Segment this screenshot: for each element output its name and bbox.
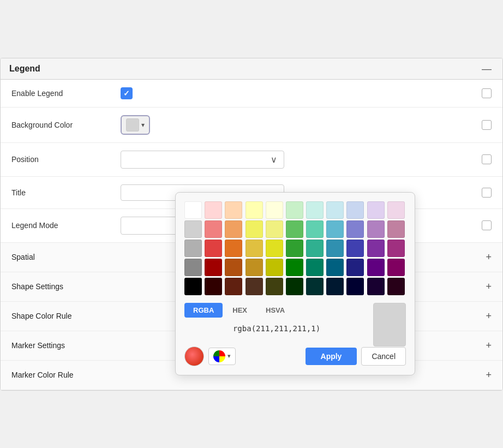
color-cell[interactable] <box>326 278 344 295</box>
color-cell[interactable] <box>286 201 303 219</box>
color-cell[interactable] <box>266 278 283 295</box>
color-cell[interactable] <box>326 201 344 219</box>
enable-legend-row-checkbox[interactable] <box>482 88 492 98</box>
section-label: Shape Settings <box>11 282 63 291</box>
color-grid <box>184 201 406 295</box>
color-cell[interactable] <box>266 201 283 219</box>
color-cell[interactable] <box>346 201 364 219</box>
cancel-button[interactable]: Cancel <box>361 347 406 366</box>
color-cell[interactable] <box>205 278 222 295</box>
color-bottom-row: ▾ Apply Cancel <box>184 347 406 366</box>
color-cell[interactable] <box>346 240 364 257</box>
color-cell[interactable] <box>367 220 385 238</box>
section-label: Spatial <box>11 253 35 261</box>
color-cell[interactable] <box>245 220 263 238</box>
title-row-checkbox[interactable] <box>482 188 492 198</box>
color-cell[interactable] <box>367 201 385 219</box>
title-label: Title <box>11 188 121 197</box>
color-picker-popup: RGBA HEX HSVA rgba(211,211,211,1) ▾ Appl… <box>175 192 415 375</box>
hsva-tab[interactable]: HSVA <box>257 303 294 318</box>
plus-icon: + <box>486 369 492 381</box>
enable-legend-checkbox[interactable] <box>121 87 133 99</box>
color-cell[interactable] <box>266 240 283 257</box>
color-cell[interactable] <box>225 259 242 276</box>
apply-button[interactable]: Apply <box>306 348 357 365</box>
enable-legend-label: Enable Legend <box>11 89 121 98</box>
color-cell[interactable] <box>387 259 405 276</box>
color-swatch-preview <box>126 118 139 132</box>
background-color-row-checkbox[interactable] <box>482 120 492 130</box>
color-cell[interactable] <box>225 201 242 219</box>
color-mode-row: RGBA HEX HSVA rgba(211,211,211,1) <box>184 303 406 347</box>
color-cell[interactable] <box>286 220 303 238</box>
color-value-display: rgba(211,211,211,1) <box>184 324 369 333</box>
color-preview-large <box>373 303 406 347</box>
position-chevron-icon: ∨ <box>271 154 277 165</box>
legend-mode-label: Legend Mode <box>11 221 121 230</box>
color-cell[interactable] <box>245 259 263 276</box>
color-cell[interactable] <box>225 220 242 238</box>
color-cell[interactable] <box>266 220 283 238</box>
color-cell[interactable] <box>245 201 263 219</box>
color-scheme-icon <box>213 350 225 362</box>
position-row: Position ∨ <box>1 143 502 177</box>
background-color-row: Background Color ▾ RGBA HEX HSVA rgba <box>1 107 502 143</box>
color-cell[interactable] <box>205 220 222 238</box>
hex-tab[interactable]: HEX <box>224 303 256 318</box>
color-cell[interactable] <box>326 220 344 238</box>
position-row-checkbox[interactable] <box>482 154 492 164</box>
color-scheme-button[interactable]: ▾ <box>208 348 236 365</box>
color-cell[interactable] <box>387 278 405 295</box>
color-cell[interactable] <box>266 259 283 276</box>
position-dropdown[interactable]: ∨ <box>121 151 284 169</box>
legend-mode-row-checkbox[interactable] <box>482 220 492 230</box>
color-cell[interactable] <box>286 240 303 257</box>
color-cell[interactable] <box>225 240 242 257</box>
color-cell[interactable] <box>326 259 344 276</box>
color-scheme-chevron: ▾ <box>227 353 231 360</box>
minimize-button[interactable]: — <box>480 64 494 74</box>
color-cell[interactable] <box>367 259 385 276</box>
color-cell[interactable] <box>387 220 405 238</box>
color-cell[interactable] <box>346 259 364 276</box>
color-cell[interactable] <box>367 278 385 295</box>
color-cell[interactable] <box>286 278 303 295</box>
plus-icon: + <box>486 340 492 351</box>
plus-icon: + <box>486 310 492 322</box>
color-cell[interactable] <box>184 220 202 238</box>
color-cell[interactable] <box>306 220 324 238</box>
color-cell[interactable] <box>245 278 263 295</box>
color-cell[interactable] <box>306 259 324 276</box>
color-cell[interactable] <box>184 201 202 219</box>
color-cell[interactable] <box>205 259 222 276</box>
background-color-swatch-button[interactable]: ▾ <box>121 115 150 135</box>
color-cell[interactable] <box>306 201 324 219</box>
background-color-label: Background Color <box>11 121 121 129</box>
plus-icon: + <box>486 281 492 292</box>
plus-icon: + <box>486 252 492 263</box>
color-cell[interactable] <box>286 259 303 276</box>
gradient-circle-button[interactable] <box>184 347 204 366</box>
section-label: Marker Color Rule <box>11 371 74 379</box>
color-cell[interactable] <box>184 278 202 295</box>
panel-title: Legend <box>9 64 40 74</box>
position-label: Position <box>11 155 121 164</box>
color-cell[interactable] <box>184 259 202 276</box>
color-cell[interactable] <box>387 201 405 219</box>
color-cell[interactable] <box>346 278 364 295</box>
color-cell[interactable] <box>306 240 324 257</box>
color-cell[interactable] <box>367 240 385 257</box>
color-cell[interactable] <box>326 240 344 257</box>
legend-panel: Legend — Enable Legend Background Color … <box>0 58 503 391</box>
color-cell[interactable] <box>306 278 324 295</box>
color-cell[interactable] <box>387 240 405 257</box>
color-cell[interactable] <box>184 240 202 257</box>
enable-legend-control <box>121 87 482 99</box>
color-cell[interactable] <box>225 278 242 295</box>
color-cell[interactable] <box>346 220 364 238</box>
color-cell[interactable] <box>205 240 222 257</box>
color-cell[interactable] <box>205 201 222 219</box>
rgba-tab[interactable]: RGBA <box>184 303 223 318</box>
color-cell[interactable] <box>245 240 263 257</box>
section-label: Shape Color Rule <box>11 312 72 320</box>
